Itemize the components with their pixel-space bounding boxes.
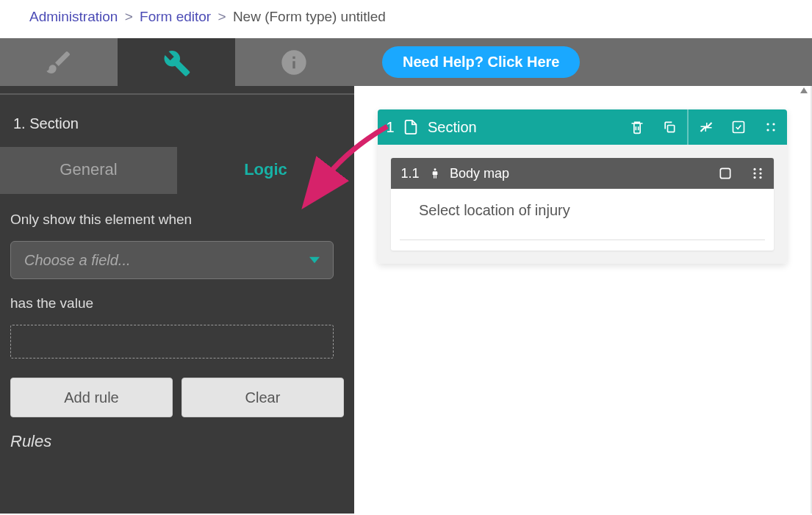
paintbrush-icon bbox=[44, 48, 73, 77]
item-number: 1.1 bbox=[391, 166, 429, 181]
item-required-toggle[interactable] bbox=[709, 158, 741, 189]
drag-section-handle[interactable] bbox=[755, 109, 787, 145]
editor-toolbar: Need Help? Click Here bbox=[0, 38, 812, 86]
section-title-label: 1. Section bbox=[0, 95, 354, 147]
svg-rect-0 bbox=[668, 126, 675, 132]
page-icon bbox=[403, 118, 419, 137]
subtab-general[interactable]: General bbox=[0, 147, 177, 194]
conditional-field-select[interactable]: Choose a field... bbox=[10, 241, 334, 279]
show-when-label: Only show this element when bbox=[10, 212, 344, 228]
grip-icon bbox=[752, 168, 764, 179]
svg-point-12 bbox=[759, 172, 761, 174]
svg-rect-1 bbox=[733, 122, 744, 133]
svg-point-4 bbox=[772, 123, 775, 125]
item-title: Body map bbox=[450, 166, 509, 181]
tab-settings[interactable] bbox=[118, 38, 235, 86]
drag-item-handle[interactable] bbox=[741, 158, 774, 189]
collapse-icon bbox=[700, 120, 713, 134]
section-title: Section bbox=[428, 119, 477, 136]
breadcrumb-separator: > bbox=[215, 9, 229, 24]
collapse-section-button[interactable] bbox=[690, 109, 722, 145]
select-placeholder: Choose a field... bbox=[24, 252, 131, 269]
help-button[interactable]: Need Help? Click Here bbox=[382, 46, 580, 78]
delete-section-button[interactable] bbox=[621, 109, 653, 145]
wrench-icon bbox=[162, 48, 191, 77]
add-rule-button[interactable]: Add rule bbox=[10, 378, 173, 417]
breadcrumb: Administration > Form editor > New (Form… bbox=[0, 0, 812, 38]
mark-required-button[interactable] bbox=[722, 109, 755, 145]
form-canvas: 1 Section bbox=[354, 86, 812, 514]
svg-point-11 bbox=[759, 168, 761, 170]
person-icon bbox=[429, 165, 441, 181]
svg-point-13 bbox=[759, 176, 761, 179]
tab-design[interactable] bbox=[0, 38, 118, 86]
svg-rect-7 bbox=[720, 168, 730, 178]
svg-point-3 bbox=[766, 129, 769, 131]
breadcrumb-link-form-editor[interactable]: Form editor bbox=[140, 9, 211, 24]
svg-point-8 bbox=[753, 168, 755, 170]
has-value-label: has the value bbox=[10, 295, 344, 311]
square-icon bbox=[718, 166, 733, 181]
breadcrumb-current: New (Form type) untitled bbox=[233, 9, 386, 24]
scroll-up-arrow[interactable] bbox=[800, 87, 808, 93]
section-header[interactable]: 1 Section bbox=[378, 109, 787, 145]
item-prompt: Select location of injury bbox=[400, 189, 765, 240]
copy-icon bbox=[662, 120, 677, 134]
subtab-logic[interactable]: Logic bbox=[177, 147, 354, 194]
grip-icon bbox=[765, 121, 777, 133]
toolbar-divider bbox=[687, 109, 689, 145]
clear-button[interactable]: Clear bbox=[182, 378, 344, 417]
check-square-icon bbox=[731, 120, 746, 134]
rules-heading: Rules bbox=[10, 432, 344, 451]
section-number: 1 bbox=[378, 119, 403, 136]
properties-panel: 1. Section General Logic Only show this … bbox=[0, 86, 354, 514]
trash-icon bbox=[630, 120, 644, 134]
chevron-down-icon bbox=[309, 255, 320, 265]
svg-point-2 bbox=[766, 123, 769, 125]
form-item-card[interactable]: 1.1 Body map bbox=[391, 158, 774, 251]
info-icon bbox=[279, 48, 309, 77]
tab-info[interactable] bbox=[235, 38, 353, 86]
svg-point-6 bbox=[434, 168, 436, 170]
duplicate-section-button[interactable] bbox=[653, 109, 686, 145]
svg-point-5 bbox=[772, 129, 775, 131]
section-card[interactable]: 1 Section bbox=[378, 109, 787, 264]
svg-point-10 bbox=[753, 176, 755, 179]
breadcrumb-separator: > bbox=[122, 9, 136, 24]
properties-subtabs: General Logic bbox=[0, 147, 354, 194]
breadcrumb-link-administration[interactable]: Administration bbox=[29, 9, 118, 24]
svg-point-9 bbox=[753, 172, 755, 174]
conditional-value-dropzone[interactable] bbox=[10, 325, 334, 359]
form-item-header[interactable]: 1.1 Body map bbox=[391, 158, 774, 189]
